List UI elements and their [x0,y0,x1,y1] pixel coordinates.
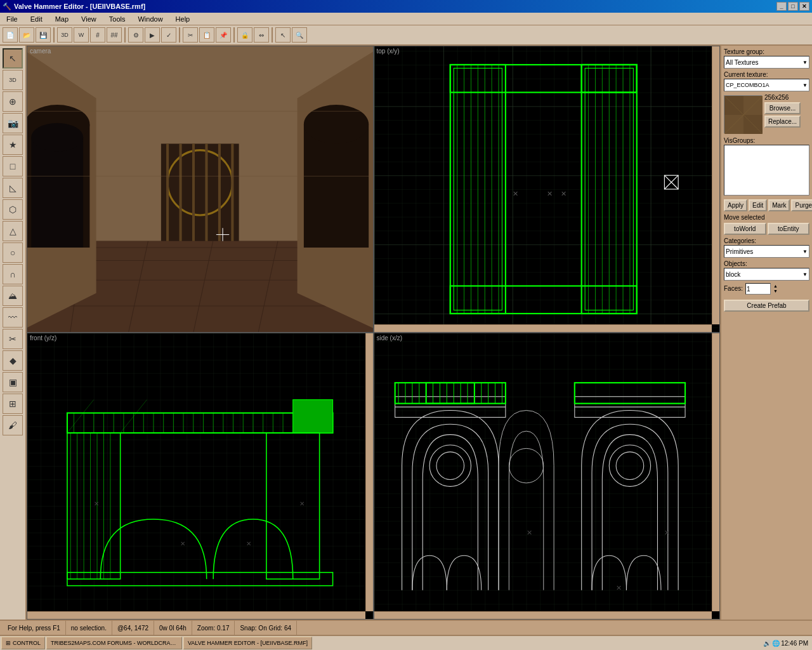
tool-grid[interactable]: # [90,27,105,43]
menu-view[interactable]: View [77,14,100,24]
side-scrollbar-v[interactable] [712,333,719,611]
tool-clip[interactable]: ✂ [3,329,23,349]
side-scene: ✕ ✕ ✕ [374,333,720,619]
menu-tools[interactable]: Tools [105,14,129,24]
tool-prefab[interactable]: ⊞ [3,394,23,414]
tool-paste[interactable]: 📌 [216,27,231,43]
tool-check[interactable]: ✓ [161,27,176,43]
size-text: 0w 0l 64h [159,625,187,632]
categories-dropdown[interactable]: Primitives ▼ [724,245,809,258]
tool-grid2[interactable]: ## [107,27,122,43]
tool-magnify[interactable]: ⊕ [3,91,23,112]
tool-3d-view[interactable]: 3D [3,70,23,90]
menu-window[interactable]: Window [134,14,166,24]
browse-button[interactable]: Browse... [764,102,801,114]
current-texture-dropdown[interactable]: CP_ECOMBO1A ▼ [724,79,809,91]
svg-text:✕: ✕ [94,500,99,507]
tool-compile[interactable]: ⚙ [128,27,143,43]
menu-help[interactable]: Help [172,14,194,24]
tool-open[interactable]: 📂 [19,27,34,43]
left-toolbar: ↖ 3D ⊕ 📷 ★ □ ◺ ⬡ △ ○ ∩ ⛰ 〰 ✂ ◆ ▣ ⊞ 🖌 [0,46,27,620]
tool-path[interactable]: 〰 [3,307,23,328]
tool-texture-lock[interactable]: 🔒 [237,27,252,43]
snap-text: Snap: On Grid: 64 [240,625,291,632]
taskbar-forums[interactable]: TRIBES2MAPS.COM FORUMS - WORLDCRAFT ERRO… [46,637,182,649]
objects-section: Objects: block ▼ [724,260,809,281]
top-scrollbar-v[interactable] [712,46,719,324]
tool-vertex[interactable]: ◆ [3,350,23,371]
tool-sphere[interactable]: ○ [3,242,23,263]
tool-3d[interactable]: 3D [57,27,72,43]
svg-text:✕: ✕ [512,190,518,197]
tool-new[interactable]: 📄 [3,27,18,43]
viewport-side[interactable]: side (x/z) [374,333,721,620]
menubar: File Edit Map View Tools Window Help [0,13,812,25]
faces-up[interactable]: ▲ [773,284,778,289]
minimize-button[interactable]: _ [776,2,787,11]
titlebar-controls[interactable]: _ □ ✕ [776,2,809,11]
menu-file[interactable]: File [3,14,22,24]
help-text: For Help, press F1 [8,625,60,632]
texture-group-dropdown[interactable]: All Textures ▼ [724,56,809,69]
menu-map[interactable]: Map [51,14,72,24]
tool-block[interactable]: □ [3,156,23,176]
svg-text:✕: ✕ [561,190,566,197]
viewport-camera[interactable]: camera [27,46,374,333]
camera-scene [27,46,373,332]
tool-camera[interactable]: 📷 [3,113,23,133]
edit-button[interactable]: Edit [749,199,767,211]
side-scrollbar-h[interactable] [374,611,712,619]
tool-entity[interactable]: ★ [3,135,23,155]
apply-button[interactable]: Apply [724,199,747,211]
svg-text:✕: ✕ [247,540,252,547]
toolbar-separator-5 [272,27,273,43]
selection-text: no selection. [71,625,107,632]
create-prefab-button[interactable]: Create Prefab [724,300,809,312]
viewport-top[interactable]: top (x/y) [374,46,721,333]
tool-save[interactable]: 💾 [36,27,51,43]
status-snap: Snap: On Grid: 64 [235,621,297,635]
titlebar-left: 🔨 Valve Hammer Editor - [UEIIVBASE.rmf] [3,3,145,11]
tool-wedge[interactable]: ◺ [3,178,23,198]
tool-pointer[interactable]: ↖ [275,27,291,43]
faces-spinner[interactable]: ▲ ▼ [773,284,778,294]
tool-select[interactable]: ↖ [3,48,23,69]
mark-button[interactable]: Mark [768,199,790,211]
objects-dropdown[interactable]: block ▼ [724,268,809,281]
front-scrollbar-v[interactable] [365,333,373,611]
menu-edit[interactable]: Edit [27,14,46,24]
taskbar-hammer[interactable]: VALVE HAMMER EDITOR - [UEIIVBASE.RMF] [183,637,312,649]
tool-copy[interactable]: 📋 [199,27,214,43]
tool-cut[interactable]: ✂ [183,27,198,43]
titlebar-title: Valve Hammer Editor - [UEIIVBASE.rmf] [14,3,145,10]
tool-apply-texture[interactable]: 🖌 [3,415,23,435]
maximize-button[interactable]: □ [788,2,798,11]
tool-zoom[interactable]: 🔍 [292,27,307,43]
replace-button[interactable]: Replace... [764,116,801,128]
texture-group-section: Texture group: All Textures ▼ [724,48,809,69]
tool-wireframe[interactable]: W [74,27,89,43]
tool-spike[interactable]: △ [3,221,23,241]
tool-run[interactable]: ▶ [145,27,160,43]
visgroups-label: VisGroups: [724,137,809,144]
tool-texture-scale[interactable]: ⇔ [254,27,269,43]
faces-down[interactable]: ▼ [773,289,778,294]
coords-text: @64, 1472 [117,625,148,632]
visgroups-list[interactable] [724,145,809,196]
tool-cylinder[interactable]: ⬡ [3,199,23,220]
to-entity-button[interactable]: toEntity [768,223,810,235]
taskbar-start[interactable]: ⊞ CONTROL [1,637,45,649]
front-scrollbar-h[interactable] [27,611,365,619]
tool-arch[interactable]: ∩ [3,264,23,284]
top-scrollbar-h[interactable] [374,324,712,332]
viewport-front[interactable]: front (y/z) [27,333,374,620]
main-container: ↖ 3D ⊕ 📷 ★ □ ◺ ⬡ △ ○ ∩ ⛰ 〰 ✂ ◆ ▣ ⊞ 🖌 cam… [0,46,812,620]
tool-face[interactable]: ▣ [3,372,23,392]
svg-rect-62 [27,333,373,619]
purge-button[interactable]: Purge [791,199,812,211]
close-button[interactable]: ✕ [799,2,809,11]
svg-marker-14 [31,137,83,248]
tool-terrain[interactable]: ⛰ [3,286,23,306]
to-world-button[interactable]: toWorld [724,223,766,235]
faces-input[interactable] [745,283,771,295]
